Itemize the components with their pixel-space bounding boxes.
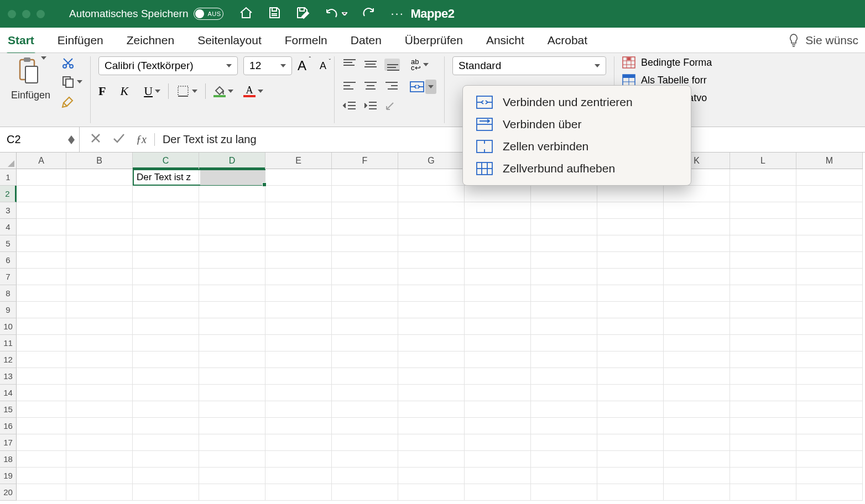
cell-K10[interactable] — [664, 318, 730, 335]
cell-K3[interactable] — [664, 202, 730, 219]
cell-D5[interactable] — [199, 235, 265, 252]
cell-L12[interactable] — [730, 351, 796, 368]
cell-I12[interactable] — [531, 351, 597, 368]
row-header-11[interactable]: 11 — [0, 335, 17, 351]
tab-draw[interactable]: Zeichnen — [126, 30, 175, 50]
italic-button[interactable]: K — [121, 84, 129, 98]
cell-C2[interactable] — [133, 186, 199, 202]
column-header-A[interactable]: A — [17, 153, 66, 169]
cell-L7[interactable] — [730, 269, 796, 285]
cell-F6[interactable] — [332, 252, 398, 269]
cell-F7[interactable] — [332, 269, 398, 285]
cell-K9[interactable] — [664, 302, 730, 318]
cell-F9[interactable] — [332, 302, 398, 318]
cell-E16[interactable] — [265, 418, 332, 434]
cell-E5[interactable] — [265, 235, 332, 252]
cell-F4[interactable] — [332, 219, 398, 235]
underline-button[interactable]: U — [142, 82, 163, 101]
cell-B8[interactable] — [66, 285, 133, 302]
cell-I10[interactable] — [531, 318, 597, 335]
cell-M17[interactable] — [796, 434, 863, 451]
cell-K6[interactable] — [664, 252, 730, 269]
row-header-10[interactable]: 10 — [0, 318, 17, 335]
conditional-formatting-button[interactable]: Bedingte Forma — [622, 56, 712, 69]
name-box[interactable]: C2 — [0, 127, 80, 152]
home-icon[interactable] — [239, 6, 253, 22]
cell-L20[interactable] — [730, 484, 796, 501]
cell-L16[interactable] — [730, 418, 796, 434]
cell-H12[interactable] — [465, 351, 531, 368]
cell-L4[interactable] — [730, 219, 796, 235]
cell-B6[interactable] — [66, 252, 133, 269]
menu-merge-cells[interactable]: Zellen verbinden — [463, 135, 691, 158]
cell-D6[interactable] — [199, 252, 265, 269]
cell-C18[interactable] — [133, 451, 199, 468]
cell-E15[interactable] — [265, 401, 332, 418]
cell-M4[interactable] — [796, 219, 863, 235]
cell-I16[interactable] — [531, 418, 597, 434]
cell-G10[interactable] — [398, 318, 465, 335]
row-header-20[interactable]: 20 — [0, 484, 17, 501]
cell-L14[interactable] — [730, 385, 796, 401]
cell-H16[interactable] — [465, 418, 531, 434]
cell-L5[interactable] — [730, 235, 796, 252]
cell-E8[interactable] — [265, 285, 332, 302]
cell-B11[interactable] — [66, 335, 133, 351]
row-header-6[interactable]: 6 — [0, 252, 17, 269]
cell-J3[interactable] — [597, 202, 664, 219]
row-header-12[interactable]: 12 — [0, 351, 17, 368]
cell-A6[interactable] — [17, 252, 66, 269]
cell-H6[interactable] — [465, 252, 531, 269]
cell-J4[interactable] — [597, 219, 664, 235]
cell-D17[interactable] — [199, 434, 265, 451]
cell-L19[interactable] — [730, 468, 796, 484]
tab-data[interactable]: Daten — [350, 30, 383, 50]
cell-L13[interactable] — [730, 368, 796, 385]
cell-K2[interactable] — [664, 186, 730, 202]
tab-acrobat[interactable]: Acrobat — [546, 30, 588, 50]
cell-D8[interactable] — [199, 285, 265, 302]
cell-J13[interactable] — [597, 368, 664, 385]
cell-G7[interactable] — [398, 269, 465, 285]
cell-F14[interactable] — [332, 385, 398, 401]
cell-I14[interactable] — [531, 385, 597, 401]
autosave-toggle[interactable]: AUS — [194, 8, 223, 20]
cell-I19[interactable] — [531, 468, 597, 484]
cell-D19[interactable] — [199, 468, 265, 484]
more-commands-icon[interactable]: ··· — [390, 7, 404, 21]
cell-L18[interactable] — [730, 451, 796, 468]
cell-E1[interactable] — [265, 169, 332, 186]
cell-J12[interactable] — [597, 351, 664, 368]
row-header-13[interactable]: 13 — [0, 368, 17, 385]
cell-C4[interactable] — [133, 219, 199, 235]
cell-K18[interactable] — [664, 451, 730, 468]
cell-K19[interactable] — [664, 468, 730, 484]
cell-L2[interactable] — [730, 186, 796, 202]
cell-F5[interactable] — [332, 235, 398, 252]
cell-E18[interactable] — [265, 451, 332, 468]
cell-H8[interactable] — [465, 285, 531, 302]
cell-J16[interactable] — [597, 418, 664, 434]
cell-A13[interactable] — [17, 368, 66, 385]
cell-C3[interactable] — [133, 202, 199, 219]
cell-A5[interactable] — [17, 235, 66, 252]
align-middle-button[interactable] — [363, 59, 379, 71]
cell-B2[interactable] — [66, 186, 133, 202]
row-header-1[interactable]: 1 — [0, 169, 17, 186]
cell-C17[interactable] — [133, 434, 199, 451]
menu-unmerge[interactable]: Zellverbund aufheben — [463, 158, 691, 180]
cell-I11[interactable] — [531, 335, 597, 351]
cell-K8[interactable] — [664, 285, 730, 302]
cell-K12[interactable] — [664, 351, 730, 368]
cell-M16[interactable] — [796, 418, 863, 434]
cell-M8[interactable] — [796, 285, 863, 302]
cell-B14[interactable] — [66, 385, 133, 401]
cell-C8[interactable] — [133, 285, 199, 302]
cell-I5[interactable] — [531, 235, 597, 252]
cell-J15[interactable] — [597, 401, 664, 418]
cell-D12[interactable] — [199, 351, 265, 368]
tab-formulas[interactable]: Formeln — [284, 30, 329, 50]
cell-C19[interactable] — [133, 468, 199, 484]
cell-B7[interactable] — [66, 269, 133, 285]
cell-F17[interactable] — [332, 434, 398, 451]
